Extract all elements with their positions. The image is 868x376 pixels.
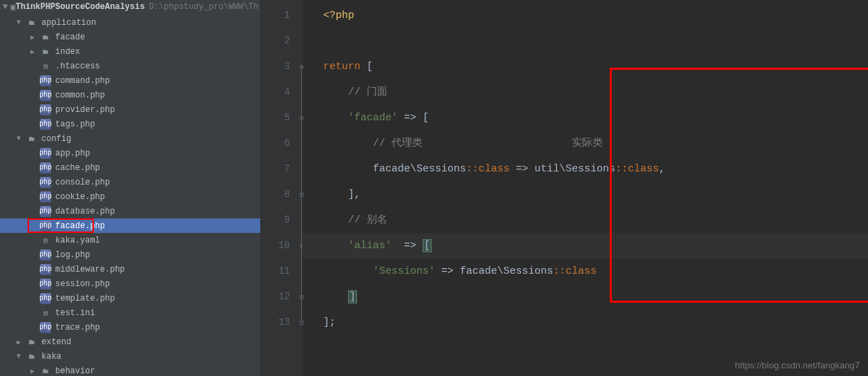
tree-item-label: facade.php	[55, 221, 105, 231]
tree-item-console-php[interactable]: phpconsole.php	[0, 175, 260, 189]
tree-item-database-php[interactable]: phpdatabase.php	[0, 204, 260, 218]
tree-item-common-php[interactable]: phpcommon.php	[0, 88, 260, 102]
tree-item-index[interactable]: ▶🖿index	[0, 44, 260, 59]
tree-item-label: kaka	[41, 352, 61, 361]
code-line-8: ],	[323, 182, 868, 207]
folder-icon: 🖿	[26, 133, 37, 144]
line-number: 11	[261, 258, 290, 284]
code-line-5: 'facade' => [	[323, 105, 868, 131]
line-number: 5	[261, 105, 290, 131]
line-number: 1	[261, 3, 290, 28]
folder-icon: 🖿	[26, 351, 37, 362]
line-number: 10	[261, 233, 290, 258]
tree-item-label: test.ini	[55, 308, 95, 318]
project-sidebar: ▼ ▣ ThinkPHPSourceCodeAnalysis D:\phpstu…	[0, 0, 261, 376]
tree-item-extend[interactable]: ▶🖿extend	[0, 335, 260, 349]
php-file-icon: php	[40, 264, 51, 275]
tree-item-label: middleware.php	[55, 265, 125, 274]
php-file-icon: php	[40, 322, 51, 333]
php-file-icon: php	[40, 162, 51, 173]
tree-item-tags-php[interactable]: phptags.php	[0, 117, 260, 131]
code-line-9: // 别名	[323, 207, 868, 233]
line-number: 8	[261, 182, 290, 207]
line-number: 12	[261, 284, 290, 310]
tree-item-label: application	[41, 18, 96, 28]
chevron-down-icon[interactable]: ▼	[17, 19, 25, 26]
tree-item-label: .htaccess	[55, 62, 100, 71]
line-number: 2	[261, 28, 290, 54]
php-file-icon: php	[40, 279, 51, 290]
php-file-icon: php	[40, 250, 51, 261]
tree-item-label: log.php	[55, 250, 90, 260]
tree-item-template-php[interactable]: phptemplate.php	[0, 291, 260, 306]
tree-item-provider-php[interactable]: phpprovider.php	[0, 102, 260, 117]
code-line-4: // 门面	[323, 79, 868, 105]
tree-item-kaka-yaml[interactable]: ▤kaka.yaml	[0, 233, 260, 247]
tree-item-label: trace.php	[55, 323, 100, 332]
tree-item-config[interactable]: ▼🖿config	[0, 131, 260, 146]
line-number: 9	[261, 207, 290, 233]
tree-item-middleware-php[interactable]: phpmiddleware.php	[0, 262, 260, 276]
tree-item-label: config	[41, 134, 71, 144]
project-path: D:\phpstudy_pro\WWW\Th	[149, 2, 258, 12]
line-gutter: 12345678910111213	[261, 0, 302, 376]
code-line-12: ]	[323, 284, 868, 310]
line-number: 3	[261, 54, 290, 79]
chevron-right-icon[interactable]: ▶	[17, 338, 25, 346]
file-tree: ▼🖿application▶🖿facade▶🖿index▤.htaccessph…	[0, 14, 260, 376]
tree-item-label: tags.php	[55, 120, 95, 129]
folder-icon: 🖿	[40, 366, 51, 377]
tree-item-label: command.php	[55, 76, 110, 86]
chevron-down-icon[interactable]: ▼	[17, 135, 25, 142]
code-line-6: // 代理类 实际类	[323, 131, 868, 156]
tree-item-application[interactable]: ▼🖿application	[0, 15, 260, 30]
file-icon: ▤	[40, 308, 51, 319]
tree-item-cookie-php[interactable]: phpcookie.php	[0, 189, 260, 204]
chevron-right-icon[interactable]: ▶	[30, 367, 39, 375]
code-line-3: return [	[323, 54, 868, 79]
php-file-icon: php	[40, 90, 51, 101]
tree-item-command-php[interactable]: phpcommand.php	[0, 73, 260, 88]
tree-item-label: index	[55, 47, 80, 57]
tree-item-label: kaka.yaml	[55, 236, 100, 245]
tree-item-label: cookie.php	[55, 192, 105, 202]
line-number: 4	[261, 79, 290, 105]
code-line-2	[323, 28, 868, 54]
tree-item-facade[interactable]: ▶🖿facade	[0, 30, 260, 44]
line-number: 13	[261, 310, 290, 335]
php-file-icon: php	[40, 75, 51, 86]
php-file-icon: php	[40, 177, 51, 188]
chevron-right-icon[interactable]: ▶	[30, 33, 39, 41]
yaml-file-icon: ▤	[40, 235, 51, 246]
tree-item-cache-php[interactable]: phpcache.php	[0, 160, 260, 175]
tree-item-label: behavior	[55, 366, 95, 376]
code-area[interactable]: <?php return [ // 门面 'facade' => [ // 代理…	[302, 0, 868, 376]
project-name: ThinkPHPSourceCodeAnalysis	[15, 2, 144, 12]
tree-item-app-php[interactable]: phpapp.php	[0, 146, 260, 160]
line-number: 7	[261, 156, 290, 182]
code-line-11: 'Sessions' => facade\Sessions::class	[323, 258, 868, 284]
tree-item-label: template.php	[55, 294, 115, 303]
chevron-down-icon[interactable]: ▼	[17, 352, 25, 360]
file-icon: ▤	[40, 61, 51, 72]
tree-item-label: cache.php	[55, 163, 100, 173]
tree-item-log-php[interactable]: phplog.php	[0, 247, 260, 262]
folder-icon: 🖿	[26, 337, 37, 348]
php-file-icon: php	[40, 191, 51, 203]
tree-item-test-ini[interactable]: ▤test.ini	[0, 306, 260, 320]
tree-item-facade-php[interactable]: phpfacade.php	[0, 218, 260, 233]
tree-item-label: app.php	[55, 149, 90, 158]
tree-item-session-php[interactable]: phpsession.php	[0, 276, 260, 291]
chevron-right-icon[interactable]: ▶	[30, 48, 39, 56]
tree-item-label: extend	[41, 337, 71, 347]
folder-icon: 🖿	[40, 46, 51, 57]
project-header[interactable]: ▼ ▣ ThinkPHPSourceCodeAnalysis D:\phpstu…	[0, 0, 260, 14]
tree-item-behavior[interactable]: ▶🖿behavior	[0, 364, 260, 376]
tree-item-kaka[interactable]: ▼🖿kaka	[0, 349, 260, 364]
tree-item-trace-php[interactable]: phptrace.php	[0, 320, 260, 335]
code-line-7: facade\Sessions::class => util\Sessions:…	[323, 156, 868, 182]
php-file-icon: php	[40, 293, 51, 304]
code-editor[interactable]: 12345678910111213 ⊖⊖⊟⊖⊟⊟ <?php return [ …	[261, 0, 868, 376]
folder-icon: ▣	[10, 2, 15, 12]
tree-item--htaccess[interactable]: ▤.htaccess	[0, 59, 260, 73]
